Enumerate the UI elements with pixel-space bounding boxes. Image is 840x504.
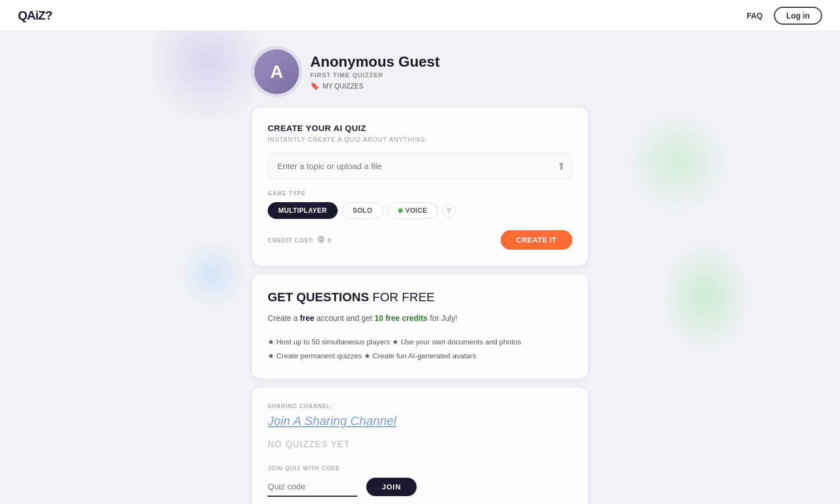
credit-value: 0	[328, 237, 332, 244]
blob-bottomleft	[179, 241, 246, 308]
feature-item-2: ★ Create permanent quizzes ★ Create fun …	[268, 349, 572, 363]
logo: QAiZ?	[18, 8, 52, 23]
game-type-label: GAME TYPE	[268, 190, 572, 197]
features-list: ★ Host up to 50 simultaneous players ★ U…	[268, 335, 572, 363]
join-label: JOIN QUIZ WITH CODE	[268, 465, 572, 472]
game-type-row: MULTIPLAYER SOLO VOICE ?	[268, 202, 572, 219]
voice-button[interactable]: VOICE	[388, 202, 438, 219]
topic-input[interactable]	[268, 153, 572, 179]
mic-indicator	[398, 208, 403, 213]
get-questions-light: FOR FREE	[369, 290, 435, 304]
profile-name: Anonymous Guest	[310, 53, 440, 71]
desc-credits: 10 free credits	[375, 314, 428, 323]
navbar: QAiZ? FAQ Log in	[0, 0, 840, 31]
credit-cost: CREDIT COST: ⓪ 0	[268, 235, 332, 245]
desc-before: Create a	[268, 314, 300, 323]
upload-icon: ⬆	[557, 160, 566, 172]
blob-topright	[627, 112, 728, 213]
help-button[interactable]: ?	[442, 204, 456, 217]
multiplayer-button[interactable]: MULTIPLAYER	[268, 202, 338, 219]
avatar: A	[254, 49, 299, 94]
join-row: JOIN	[268, 477, 572, 497]
credit-icon: ⓪	[318, 235, 325, 245]
blob-bottomright	[661, 241, 750, 353]
main-content: A Anonymous Guest FIRST TIME QUIZZER 🔖 M…	[252, 31, 588, 504]
my-quizzes-link[interactable]: 🔖 MY QUIZZES	[310, 82, 440, 90]
get-questions-bold: GET QUESTIONS	[268, 290, 369, 304]
desc-after: for July!	[428, 314, 458, 323]
sharing-card: SHARING CHANNEL: Join A Sharing Channel …	[252, 388, 588, 504]
card-bottom-row: CREDIT COST: ⓪ 0 CREATE IT	[268, 230, 572, 250]
credit-cost-label: CREDIT COST:	[268, 237, 314, 244]
upload-file-button[interactable]: ⬆	[557, 160, 566, 172]
sharing-label: SHARING CHANNEL:	[268, 403, 572, 409]
get-questions-desc: Create a free account and get 10 free cr…	[268, 312, 572, 324]
create-it-button[interactable]: CREATE IT	[501, 230, 572, 250]
sharing-link[interactable]: Join A Sharing Channel	[268, 414, 572, 428]
bookmark-icon: 🔖	[310, 82, 319, 90]
nav-right: FAQ Log in	[746, 7, 822, 25]
desc-middle: account and get	[314, 314, 374, 323]
topic-input-wrapper: ⬆	[268, 153, 572, 179]
desc-free: free	[300, 314, 315, 323]
profile-info: Anonymous Guest FIRST TIME QUIZZER 🔖 MY …	[310, 53, 440, 90]
create-quiz-subtitle: INSTANTLY CREATE A QUIZ ABOUT ANYTHING.	[268, 136, 572, 143]
create-quiz-card: CREATE YOUR AI QUIZ INSTANTLY CREATE A Q…	[252, 108, 588, 265]
voice-label: VOICE	[405, 207, 427, 214]
my-quizzes-label: MY QUIZZES	[323, 82, 363, 90]
page-body: A Anonymous Guest FIRST TIME QUIZZER 🔖 M…	[0, 0, 840, 504]
solo-button[interactable]: SOLO	[342, 202, 383, 219]
profile-subtitle: FIRST TIME QUIZZER	[310, 72, 440, 78]
feature-item-1: ★ Host up to 50 simultaneous players ★ U…	[268, 335, 572, 349]
join-button[interactable]: JOIN	[366, 478, 417, 496]
get-questions-title: GET QUESTIONS FOR FREE	[268, 290, 572, 305]
profile-section: A Anonymous Guest FIRST TIME QUIZZER 🔖 M…	[252, 49, 588, 94]
get-questions-card: GET QUESTIONS FOR FREE Create a free acc…	[252, 274, 588, 379]
no-quizzes-label: NO QUIZZES YET	[268, 440, 572, 450]
login-button[interactable]: Log in	[774, 7, 822, 25]
faq-link[interactable]: FAQ	[746, 11, 763, 20]
quiz-code-input[interactable]	[268, 477, 357, 497]
create-quiz-title: CREATE YOUR AI QUIZ	[268, 123, 572, 133]
